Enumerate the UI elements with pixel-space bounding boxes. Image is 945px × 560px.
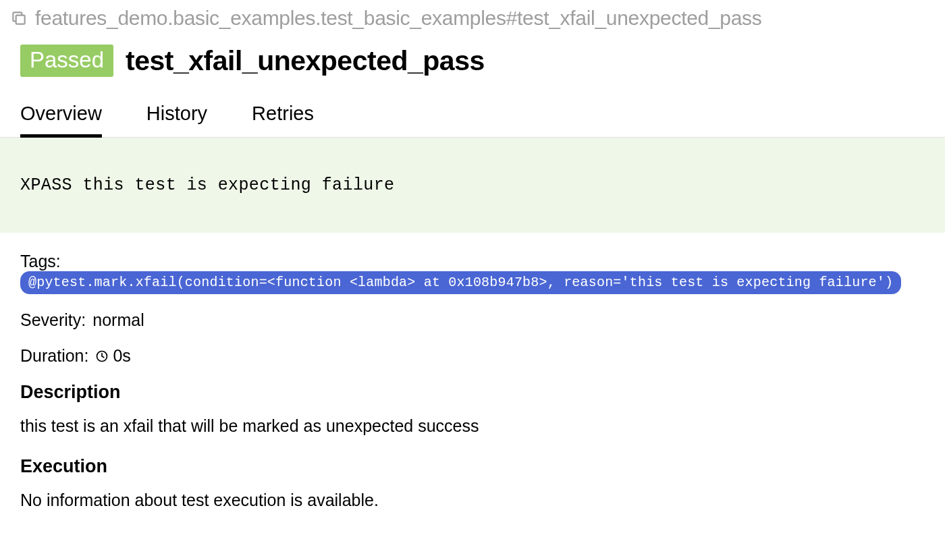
clock-icon — [95, 349, 109, 363]
tags-row: Tags: @pytest.mark.xfail(condition=<func… — [20, 252, 925, 294]
status-badge: Passed — [20, 45, 113, 77]
severity-row: Severity: normal — [20, 310, 925, 330]
severity-value: normal — [92, 310, 144, 330]
tags-label: Tags: — [20, 252, 61, 271]
overview-content: Tags: @pytest.mark.xfail(condition=<func… — [0, 233, 945, 544]
duration-value: 0s — [113, 346, 130, 366]
tag-chip[interactable]: @pytest.mark.xfail(condition=<function <… — [20, 271, 901, 294]
svg-rect-0 — [16, 16, 25, 24]
tab-overview[interactable]: Overview — [20, 103, 102, 138]
status-message: XPASS this test is expecting failure — [0, 138, 945, 233]
duration-label: Duration: — [20, 346, 88, 366]
duration-row: Duration: 0s — [20, 346, 925, 366]
execution-heading: Execution — [20, 456, 925, 477]
description-heading: Description — [20, 382, 925, 403]
copy-icon[interactable] — [9, 9, 28, 28]
severity-label: Severity: — [20, 310, 86, 330]
title-row: Passed test_xfail_unexpected_pass — [0, 34, 945, 86]
breadcrumb: features_demo.basic_examples.test_basic_… — [0, 0, 945, 34]
breadcrumb-text: features_demo.basic_examples.test_basic_… — [35, 7, 762, 30]
page-title: test_xfail_unexpected_pass — [126, 45, 485, 77]
tab-history[interactable]: History — [146, 103, 207, 137]
description-body: this test is an xfail that will be marke… — [20, 416, 925, 436]
tab-retries[interactable]: Retries — [252, 103, 314, 137]
tabs: Overview History Retries — [0, 86, 945, 138]
execution-body: No information about test execution is a… — [20, 491, 925, 510]
